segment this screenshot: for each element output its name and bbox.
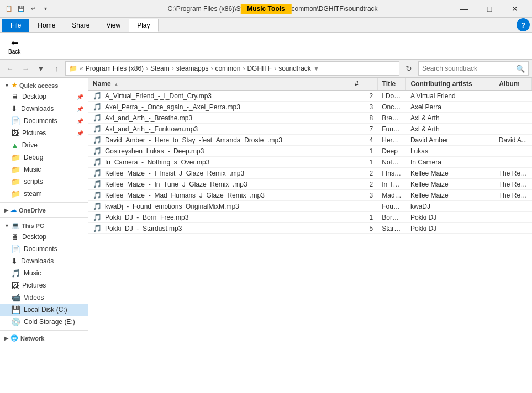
sidebar-item-drive-label: Drive (22, 141, 38, 149)
mp3-file-icon: 🎵 (93, 169, 102, 177)
table-row[interactable]: 🎵In_Camera_-_Nothing_s_Over.mp3 1 Nothin… (88, 157, 532, 168)
addr-crumb-steam[interactable]: Steam (150, 65, 170, 72)
tab-view[interactable]: View (98, 19, 129, 32)
col-header-artists[interactable]: Contributing artists (406, 78, 494, 91)
table-row[interactable]: 🎵Pokki_DJ_-_Born_Free.mp3 1 Born Free Po… (88, 212, 532, 223)
table-row[interactable]: 🎵Kellee_Maize_-_In_Tune_J_Glaze_Remix_.m… (88, 179, 532, 190)
sidebar-item-videos[interactable]: 📹 Videos (0, 291, 88, 304)
file-list: Name ▲ # Title Contributing artists Albu… (88, 78, 532, 234)
sidebar-item-cold-storage[interactable]: 💿 Cold Storage (E:) (0, 316, 88, 328)
addr-sep-2: › (172, 65, 174, 72)
table-row[interactable]: 🎵Kellee_Maize_-_Mad_Humans_J_Glaze_Remix… (88, 190, 532, 201)
address-bar[interactable]: 📁 « Program Files (x86) › Steam › steama… (65, 61, 399, 76)
file-name-cell: 🎵David_Amber_-_Here_to_Stay_-feat_Amanda… (88, 135, 350, 146)
recent-nav-button[interactable]: ▼ (34, 62, 48, 75)
sidebar-item-downloads2[interactable]: ⬇ Downloads (0, 255, 88, 267)
sidebar-section-thispc: ▼ 💻 This PC 🖥 Desktop 📄 Documents ⬇ Down… (0, 220, 88, 328)
ribbon-tabs: File Home Share View Play ? (0, 18, 532, 32)
table-row[interactable]: 🎵Kellee_Maize_-_I_Insist_J_Glaze_Remix_.… (88, 168, 532, 179)
close-button[interactable]: ✕ (502, 0, 528, 18)
sidebar-header-thispc[interactable]: ▼ 💻 This PC (0, 220, 88, 231)
sidebar-item-downloads2-label: Downloads (21, 257, 54, 265)
sidebar-item-downloads[interactable]: ⬇ Downloads 📌 (0, 103, 88, 115)
documents-icon: 📄 (11, 116, 20, 125)
onedrive-label: OneDrive (19, 207, 46, 214)
tab-play[interactable]: Play (129, 19, 158, 32)
tab-home[interactable]: Home (29, 19, 64, 32)
file-album-cell: The Ren... (494, 179, 532, 190)
forward-nav-button[interactable]: → (19, 62, 32, 75)
sidebar-header-network[interactable]: ▶ 🌐 Network (0, 333, 88, 343)
file-name-cell: 🎵Kellee_Maize_-_I_Insist_J_Glaze_Remix_.… (88, 168, 350, 179)
sidebar-item-desktop[interactable]: 🖥 Desktop 📌 (0, 91, 88, 103)
dropdown-icon[interactable]: ▾ (41, 4, 50, 13)
undo-icon[interactable]: ↩ (29, 4, 38, 13)
col-header-album[interactable]: Album (494, 78, 532, 91)
sidebar-item-debug[interactable]: 📁 Debug (0, 151, 88, 163)
table-row[interactable]: 🎵Axl_and_Arth_-_Breathe.mp3 8 Breathe Ax… (88, 113, 532, 124)
sidebar-item-documents2-label: Documents (24, 245, 57, 253)
sidebar-item-music-label: Music (24, 166, 41, 173)
sidebar-item-documents2[interactable]: 📄 Documents (0, 243, 88, 255)
file-title-cell: Mad Humans (J. Glaze Re... (377, 190, 406, 201)
sidebar-item-pictures2[interactable]: 🖼 Pictures (0, 279, 88, 291)
back-nav-button[interactable]: ← (3, 62, 17, 75)
table-header-row: Name ▲ # Title Contributing artists Albu… (88, 78, 532, 91)
search-input[interactable] (422, 65, 514, 72)
file-num-cell: 3 (350, 102, 377, 113)
sidebar-item-pictures[interactable]: 🖼 Pictures 📌 (0, 127, 88, 139)
mp3-file-icon: 🎵 (93, 224, 102, 232)
table-row[interactable]: 🎵Axel_Perra_-_Once_again_-_Axel_Perra.mp… (88, 102, 532, 113)
file-num-cell: 3 (350, 190, 377, 201)
minimize-button[interactable]: — (451, 0, 477, 18)
addr-crumb-program-files[interactable]: Program Files (x86) (86, 65, 144, 72)
sidebar-item-music2[interactable]: 🎵 Music (0, 267, 88, 279)
addr-crumb-common[interactable]: common (215, 65, 240, 72)
search-box[interactable]: 🔍 (418, 61, 529, 76)
file-name-cell: 🎵Pokki_DJ_-_Stardust.mp3 (88, 223, 350, 234)
table-row[interactable]: 🎵kwaDj_-_Found_emotions_OriginalMixM.mp3… (88, 201, 532, 212)
col-header-title[interactable]: Title (377, 78, 406, 91)
up-nav-button[interactable]: ↑ (50, 62, 63, 75)
table-row[interactable]: 🎵A_Virtual_Friend_-_I_Dont_Cry.mp3 2 I D… (88, 91, 532, 102)
mp3-file-icon: 🎵 (93, 136, 102, 144)
file-name-cell: 🎵kwaDj_-_Found_emotions_OriginalMixM.mp3 (88, 201, 350, 212)
sidebar-item-scripts[interactable]: 📁 scripts (0, 176, 88, 188)
mp3-file-icon: 🎵 (93, 180, 102, 188)
sidebar-header-quick-access[interactable]: ▼ ★ Quick access (0, 80, 88, 91)
sidebar-item-desktop2[interactable]: 🖥 Desktop (0, 231, 88, 243)
col-header-num[interactable]: # (350, 78, 377, 91)
sidebar-item-local-disk[interactable]: 💾 Local Disk (C:) (0, 304, 88, 316)
col-header-name[interactable]: Name ▲ (88, 78, 350, 91)
table-row[interactable]: 🎵Gostreyshen_Lukas_-_Deep.mp3 1 Deep Luk… (88, 146, 532, 157)
thispc-arrow: ▼ (4, 223, 9, 229)
sidebar-header-onedrive[interactable]: ▶ ☁ OneDrive (0, 205, 88, 215)
table-row[interactable]: 🎵Axl_and_Arth_-_Funktown.mp3 7 Funktown … (88, 124, 532, 135)
debug-icon: 📁 (11, 153, 20, 162)
addr-crumb-soundtrack[interactable]: soundtrack (278, 65, 311, 72)
search-icon[interactable]: 🔍 (516, 65, 525, 73)
refresh-button[interactable]: ↻ (402, 61, 416, 76)
mp3-file-icon: 🎵 (93, 125, 102, 133)
table-row[interactable]: 🎵David_Amber_-_Here_to_Stay_-feat_Amanda… (88, 135, 532, 146)
back-button[interactable]: ⬅ Back (4, 35, 24, 57)
sidebar-item-music[interactable]: 📁 Music (0, 163, 88, 176)
save-icon[interactable]: 💾 (17, 4, 25, 13)
sidebar-item-documents[interactable]: 📄 Documents 📌 (0, 115, 88, 127)
sidebar-item-drive[interactable]: ▲ Drive (0, 139, 88, 151)
help-button[interactable]: ? (517, 18, 530, 31)
onedrive-arrow: ▶ (4, 208, 8, 213)
maximize-button[interactable]: □ (477, 0, 502, 18)
addr-crumb-dghitf[interactable]: DGHITF (247, 65, 272, 72)
desktop-pin-icon: 📌 (77, 94, 83, 100)
sidebar-item-steam[interactable]: 📁 steam (0, 188, 88, 200)
tab-file[interactable]: File (2, 19, 29, 32)
file-title-cell: Breathe (377, 113, 406, 124)
file-name-cell: 🎵Axel_Perra_-_Once_again_-_Axel_Perra.mp… (88, 102, 350, 113)
file-name-cell: 🎵Axl_and_Arth_-_Breathe.mp3 (88, 113, 350, 124)
content-area: Name ▲ # Title Contributing artists Albu… (88, 78, 532, 393)
tab-share[interactable]: Share (64, 19, 98, 32)
table-row[interactable]: 🎵Pokki_DJ_-_Stardust.mp3 5 Stardust Pokk… (88, 223, 532, 234)
mp3-file-icon: 🎵 (93, 191, 102, 199)
addr-crumb-steamapps[interactable]: steamapps (176, 65, 209, 72)
